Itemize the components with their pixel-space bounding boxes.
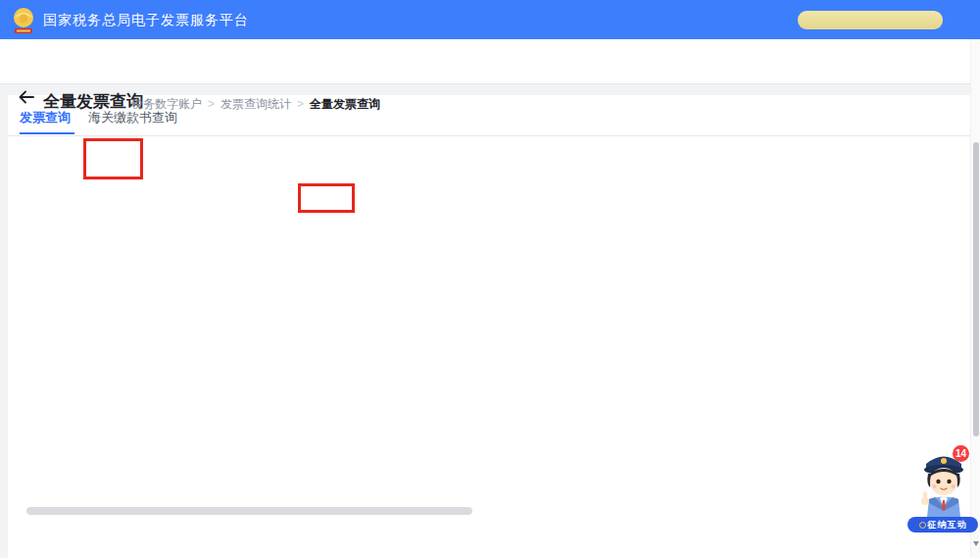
scroll-down-arrow-icon[interactable] xyxy=(973,541,979,546)
tab-divider xyxy=(8,135,972,136)
pagebar: 全量发票查询 税务数字账户>发票查询统计>全量发票查询 xyxy=(0,39,980,84)
horizontal-scrollbar-thumb[interactable] xyxy=(26,507,472,515)
active-tab-underline xyxy=(20,132,74,134)
main-card: 发票查询 海关缴款书查询 xyxy=(8,95,972,558)
notification-badge: 14 xyxy=(953,445,969,462)
vertical-scrollbar-thumb[interactable] xyxy=(973,142,979,436)
breadcrumb-item[interactable]: 税务数字账户 xyxy=(131,97,202,111)
mascot-banner[interactable]: 征纳互动 xyxy=(907,517,978,533)
tax-emblem-icon xyxy=(9,5,38,34)
app-root: 国家税务总局电子发票服务平台 全量发票查询 税务数字账户>发票查询统计>全量发票… xyxy=(0,0,980,558)
breadcrumb-current: 全量发票查询 xyxy=(310,97,380,111)
breadcrumb-separator: > xyxy=(297,97,304,111)
banner-ring-icon xyxy=(919,522,926,529)
breadcrumb-separator: > xyxy=(208,97,215,111)
app-title: 国家税务总局电子发票服务平台 xyxy=(43,12,249,29)
topbar: 国家税务总局电子发票服务平台 xyxy=(0,0,980,39)
tax-mascot-assistant[interactable]: 14 征纳互动 xyxy=(911,444,980,537)
back-arrow-icon[interactable] xyxy=(18,89,35,105)
page-title: 全量发票查询 xyxy=(43,90,143,113)
redacted-account-name xyxy=(798,11,943,29)
breadcrumb-item[interactable]: 发票查询统计 xyxy=(220,97,291,111)
breadcrumb: 税务数字账户>发票查询统计>全量发票查询 xyxy=(131,96,380,113)
